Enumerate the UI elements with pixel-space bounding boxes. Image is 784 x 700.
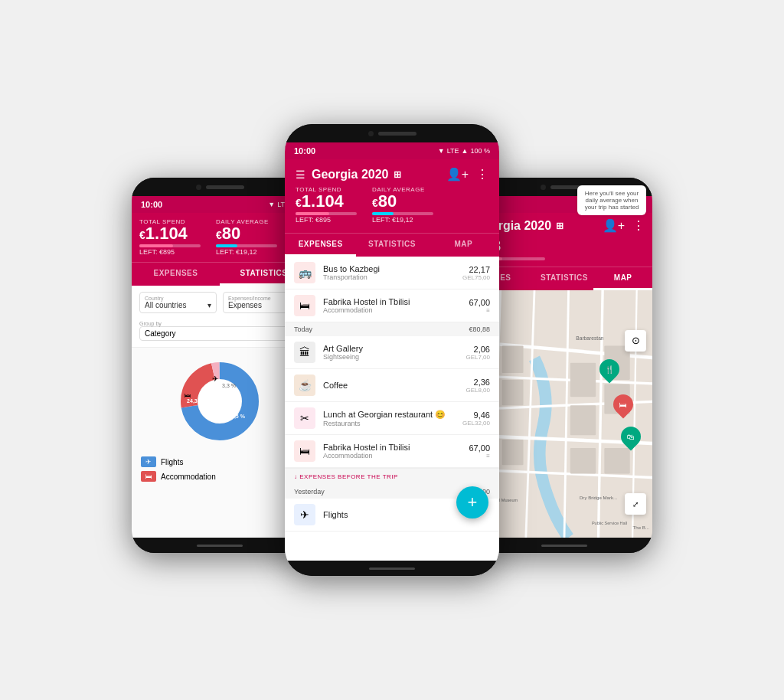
lte-icon-center: LTE [447,147,459,155]
accommodation-label: Accommodation [161,473,216,481]
bus-amount: 22,17 GEL75,00 [462,265,490,281]
grid-icon-right: ⊞ [556,221,564,231]
screen-statistics: 10:00 ▼ LTE ▲ TOTAL SPEND €1.104 [132,196,308,538]
phone-notch-left [132,178,308,196]
svg-text:Barbarestan: Barbarestan [576,335,604,341]
expense-lunch[interactable]: ✂ Lunch at Georgian restaurant 😊 Restaur… [285,402,499,435]
today-total: €80,88 [469,325,490,333]
coffee-icon: ☕ [294,375,315,396]
tab-statistics-center[interactable]: STATISTICS [356,234,427,257]
daily-left-center: LEFT: €19,12 [372,216,433,224]
hostel2-info: Fabrika Hostel in Tbilisi Accommodation [323,443,461,460]
gallery-cat: Sightseeing [323,353,458,361]
legend-flights: ✈ Flights [141,456,299,467]
header-left: TOTAL SPEND €1.104 LEFT: €895 DAILY AVER… [132,213,308,262]
legend-accommodation: 🛏 Accommodation [141,471,299,482]
progress-total-center [296,212,357,215]
total-spend-left: TOTAL SPEND €1.104 LEFT: €895 [139,218,201,256]
time-center: 10:00 [294,146,315,155]
coffee-info: Coffee [323,381,458,390]
coffee-name: Coffee [323,381,458,390]
tab-statistics-right[interactable]: STATISTICS [535,267,594,290]
expense-bus[interactable]: 🚌 Bus to Kazbegi Transportation 22,17 GE… [285,257,499,289]
lunch-info: Lunch at Georgian restaurant 😊 Restauran… [323,410,455,427]
country-filter[interactable]: Country All countries ▾ [139,292,217,313]
add-expense-fab[interactable]: + [456,486,488,518]
tab-expenses-center[interactable]: EXPENSES [285,234,356,257]
wifi-icon-left: ▼ [268,201,275,208]
lunch-name: Lunch at Georgian restaurant 😊 [323,410,455,420]
wifi-icon-center: ▼ [438,147,445,155]
home-indicator-center [369,568,415,570]
tabs-center: EXPENSES STATISTICS MAP [285,233,499,257]
hostel1-icon: 🛏 [294,295,315,316]
tab-map-right[interactable]: MAP [593,267,652,290]
progress-daily-center [372,212,433,215]
bottom-bar-left [132,538,308,553]
tab-map-center[interactable]: MAP [428,234,499,257]
before-trip-label: ↓ EXPENSES BEFORE THE TRIP [294,473,490,480]
svg-text:✈: ✈ [212,375,218,383]
total-value-left: €1.104 [139,225,201,242]
lunch-amount: 9,46 GEL32,00 [462,411,490,427]
add-person-icon-right[interactable]: 👤+ [603,218,625,233]
svg-text:Public Service Hall: Public Service Hall [592,521,627,525]
status-bar-center: 10:00 ▼ LTE ▲ 100 % [285,142,499,159]
group-row: Group by Category ▾ [132,318,308,348]
hostel2-name: Fabrika Hostel in Tbilisi [323,443,461,452]
svg-rect-31 [604,448,629,473]
total-label-center: TOTAL SPEND [296,186,357,193]
phone-expenses: 10:00 ▼ LTE ▲ 100 % ☰ Georgia 2020 ⊞ [285,124,499,576]
camera-right [541,185,546,190]
hostel2-cat: Accommodation [323,452,461,460]
bottom-bar-right [476,538,652,553]
hostel1-main: 67,00 [469,298,490,307]
map-area: Barbarestan Dry Bridge Mark... Public Se… [476,290,652,538]
svg-text:3,3 %: 3,3 % [222,383,236,388]
hostel1-sub: ≡ [469,307,490,314]
expense-gallery[interactable]: 🏛 Art Gallery Sightseeing 2,06 GEL7,00 [285,336,499,369]
group-label: Group by [139,321,300,326]
group-value[interactable]: Category ▾ [139,326,300,341]
svg-text:24,3 %: 24,3 % [187,398,204,404]
expense-hostel1[interactable]: 🛏 Fabrika Hostel in Tbilisi Accommodatio… [285,289,499,322]
accommodation-pin-icon: 🛏 [619,400,627,408]
daily-avg-center: DAILY AVERAGE €80 LEFT: €19,12 [372,186,433,224]
bus-info: Bus to Kazbegi Transportation [323,264,455,281]
more-options-icon-right[interactable]: ⋮ [632,218,645,233]
fullscreen-btn[interactable]: ⤢ [625,493,646,515]
gallery-amount: 2,06 GEL7,00 [466,345,490,361]
bottom-bar-center [285,561,499,576]
stats-content: Country All countries ▾ Expenses/Income … [132,286,308,538]
expense-hostel2[interactable]: 🛏 Fabrika Hostel in Tbilisi Accommodatio… [285,435,499,468]
hamburger-icon[interactable]: ☰ [296,168,305,181]
flights-label: Flights [161,458,183,466]
total-value-center: €1.104 [296,193,357,210]
svg-rect-21 [502,345,524,373]
stats-row-left: TOTAL SPEND €1.104 LEFT: €895 DAILY AVER… [139,218,300,256]
chevron-country: ▾ [207,301,211,309]
tab-expenses-left[interactable]: EXPENSES [132,263,220,286]
app-title-center: Georgia 2020 ⊞ [312,168,401,182]
locate-btn[interactable]: ⊙ [625,330,646,352]
total-label-left: TOTAL SPEND [139,218,201,225]
svg-text:72,5 %: 72,5 % [228,414,246,420]
left-label-left: LEFT: €895 [139,248,201,256]
speaker-center [378,132,416,136]
header-stats-right: 18 Here you'll see your daily average wh… [484,237,645,260]
lunch-icon: ✂ [294,407,315,429]
more-options-icon[interactable]: ⋮ [476,167,488,182]
app-scene: 10:00 ▼ LTE ▲ TOTAL SPEND €1.104 [0,0,784,700]
phone-map: ▼ LTE ▲ 100 % eorgia 2020 ⊞ 👤+ ⋮ [476,178,652,553]
restaurant-pin-icon: 🍴 [605,365,614,374]
country-value[interactable]: All countries ▾ [145,301,211,309]
add-person-icon[interactable]: 👤+ [446,167,469,182]
bus-sub-amt: GEL75,00 [462,274,490,281]
accommodation-color: 🛏 [141,471,156,482]
tabs-left: EXPENSES STATISTICS [132,262,308,286]
header-actions-center: 👤+ ⋮ [446,167,488,182]
hostel1-amount: 67,00 ≡ [469,298,490,314]
bus-cat: Transportation [323,273,455,281]
svg-rect-30 [570,448,596,473]
expense-coffee[interactable]: ☕ Coffee 2,36 GEL8,00 [285,369,499,402]
